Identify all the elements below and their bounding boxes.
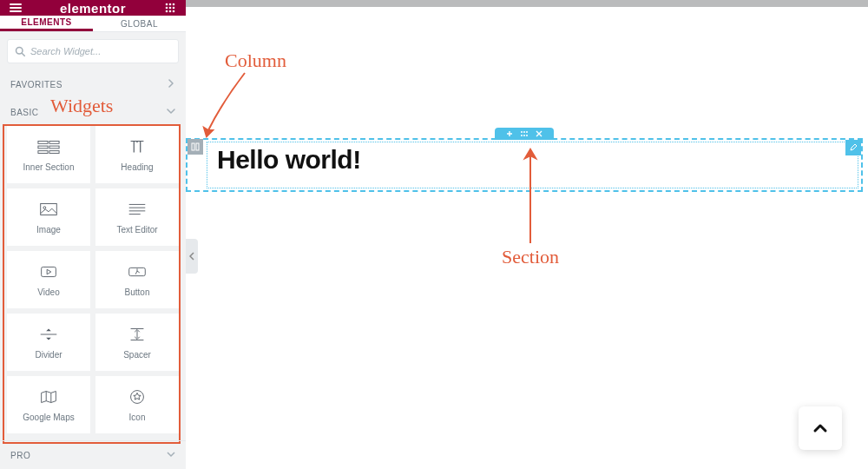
column-handle[interactable] — [187, 139, 203, 155]
category-basic[interactable]: BASIC — [0, 98, 186, 126]
svg-point-32 — [523, 131, 525, 133]
widget-label: Icon — [129, 413, 146, 422]
widget-heading[interactable]: Heading — [95, 126, 179, 183]
svg-rect-37 — [192, 143, 194, 150]
svg-point-33 — [526, 131, 528, 133]
widget-inner-section[interactable]: Inner Section — [7, 126, 90, 183]
svg-point-36 — [526, 135, 528, 136]
video-icon — [37, 263, 60, 282]
panel-header: elementor — [0, 0, 186, 16]
close-icon[interactable] — [536, 130, 542, 137]
chevron-down-icon — [167, 450, 175, 460]
widget-label: Google Maps — [23, 413, 74, 422]
annotation-section-arrow — [518, 146, 544, 247]
search-wrap: Search Widget... — [0, 32, 186, 70]
button-icon — [126, 263, 148, 282]
apps-icon[interactable] — [163, 1, 177, 15]
svg-point-18 — [43, 206, 46, 208]
heading-icon — [126, 138, 148, 157]
widget-image[interactable]: Image — [7, 188, 90, 246]
widget-label: Button — [125, 287, 150, 297]
panel-tabs: ELEMENTS GLOBAL — [0, 16, 186, 32]
section-handle[interactable] — [495, 128, 554, 140]
svg-rect-16 — [49, 150, 59, 153]
collapse-panel-button[interactable] — [186, 239, 198, 274]
widget-google-maps[interactable]: Google Maps — [7, 376, 90, 433]
svg-rect-13 — [38, 146, 48, 149]
svg-point-34 — [521, 135, 523, 136]
category-favorites[interactable]: FAVORITES — [0, 70, 186, 98]
star-icon — [126, 388, 148, 407]
widget-label: Heading — [121, 162, 153, 172]
svg-point-31 — [521, 131, 523, 133]
menu-icon[interactable] — [9, 1, 23, 15]
widget-label: Divider — [35, 350, 62, 360]
svg-point-5 — [173, 7, 175, 10]
widget-button[interactable]: Button — [95, 251, 179, 308]
category-label: PRO — [10, 451, 30, 460]
category-label: FAVORITES — [10, 80, 62, 89]
plus-icon[interactable] — [506, 130, 513, 137]
widget-label: Inner Section — [23, 162, 75, 172]
widget-spacer[interactable]: Spacer — [95, 314, 179, 371]
widget-label: Spacer — [123, 350, 151, 360]
spacer-icon — [126, 326, 148, 345]
category-pro[interactable]: PRO — [0, 440, 186, 469]
svg-point-7 — [169, 10, 172, 13]
chevron-up-icon — [812, 419, 829, 437]
inner-section-icon — [37, 138, 60, 157]
drag-icon[interactable] — [520, 130, 529, 137]
widget-divider[interactable]: Divider — [7, 314, 90, 371]
category-label: BASIC — [10, 108, 39, 117]
svg-point-0 — [166, 3, 168, 6]
widget-video[interactable]: Video — [7, 251, 90, 308]
annotation-section: Section — [502, 246, 559, 268]
tab-global[interactable]: GLOBAL — [93, 16, 186, 31]
text-editor-icon — [126, 201, 148, 220]
svg-point-8 — [173, 10, 175, 13]
svg-point-3 — [166, 7, 168, 10]
widget-label: Video — [37, 287, 59, 297]
widgets-grid: Inner Section Heading Image Text Editor — [0, 126, 186, 440]
widget-label: Image — [36, 225, 61, 234]
scroll-top-button[interactable] — [799, 406, 842, 450]
svg-rect-17 — [41, 203, 57, 215]
elementor-panel: elementor ELEMENTS GLOBAL Search Widget.… — [0, 0, 186, 469]
logo-text: elementor — [23, 1, 163, 16]
widget-label: Text Editor — [116, 225, 157, 234]
svg-point-35 — [523, 135, 525, 136]
svg-rect-14 — [49, 146, 59, 149]
annotation-column-arrow — [201, 69, 262, 141]
svg-point-1 — [169, 3, 172, 6]
search-placeholder: Search Widget... — [30, 46, 101, 56]
svg-rect-23 — [42, 267, 56, 276]
svg-point-4 — [169, 7, 172, 10]
chevron-right-icon — [167, 79, 175, 89]
svg-rect-38 — [196, 143, 199, 150]
chevron-down-icon — [167, 107, 175, 117]
basic-section: Widgets BASIC Inner Section Heading — [0, 98, 186, 440]
search-input[interactable]: Search Widget... — [7, 39, 179, 63]
widget-icon[interactable]: Icon — [95, 376, 179, 433]
svg-rect-11 — [38, 141, 48, 143]
image-icon — [37, 201, 60, 220]
widget-text-editor[interactable]: Text Editor — [95, 188, 179, 246]
svg-point-2 — [173, 3, 175, 6]
heading-text[interactable]: Hello world! — [217, 145, 361, 175]
svg-point-6 — [166, 10, 168, 13]
svg-line-10 — [22, 53, 24, 56]
svg-rect-12 — [49, 141, 59, 143]
tab-elements[interactable]: ELEMENTS — [0, 16, 93, 31]
svg-rect-15 — [38, 150, 48, 153]
editor-canvas: Hello world! Column Section — [186, 0, 868, 469]
search-icon — [15, 46, 25, 56]
map-icon — [37, 388, 60, 407]
divider-icon — [37, 326, 60, 345]
